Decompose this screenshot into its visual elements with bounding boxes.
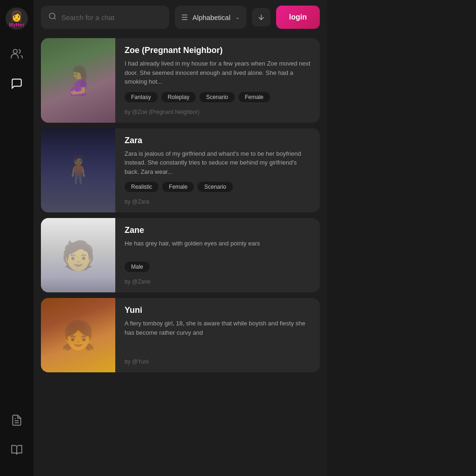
card-content-zoe: Zoe (Pregnant Neighbor) I had already li… — [115, 38, 320, 123]
card-name-zane: Zane — [125, 225, 311, 235]
tag-fantasy: Fantasy — [125, 92, 158, 102]
card-tags-zoe: Fantasy Roleplay Scenario Female — [125, 92, 311, 102]
tag-female: Female — [162, 182, 194, 192]
card-image-zoe: 🤰 — [41, 38, 115, 123]
book-icon — [11, 444, 23, 458]
card-image-zara: 🧍 — [41, 128, 115, 213]
search-input[interactable] — [61, 13, 162, 21]
tag-realistic: Realistic — [125, 182, 159, 192]
zane-figure: 🧑 — [41, 218, 115, 292]
svg-point-4 — [49, 13, 55, 19]
card-zoe[interactable]: 🤰 Zoe (Pregnant Neighbor) I had already … — [41, 38, 320, 123]
card-description-zara: Zara is jealous of my girlfriend and wha… — [125, 149, 311, 177]
sidebar-nav — [7, 45, 27, 400]
tag-male: Male — [125, 262, 150, 272]
card-content-zara: Zara Zara is jealous of my girlfriend an… — [115, 128, 320, 213]
card-author-yuni: by @Yuni — [125, 358, 311, 365]
sort-direction-button[interactable] — [252, 8, 271, 26]
yuni-figure: 👧 — [41, 298, 115, 372]
main-content: ☰ Alphabetical ⌄ login 🤰 Zoe (Pregnant N… — [33, 0, 327, 476]
card-description-zane: He has grey hair, with golden eyes and p… — [125, 239, 311, 256]
svg-point-0 — [13, 49, 17, 53]
card-zara[interactable]: 🧍 Zara Zara is jealous of my girlfriend … — [41, 128, 320, 213]
document-icon — [11, 414, 23, 428]
zoe-figure: 🤰 — [41, 38, 115, 123]
card-content-yuni: Yuni A fiery tomboy girl, 18, she is awa… — [115, 298, 320, 372]
card-description-zoe: I had already lived in my house for a fe… — [125, 59, 311, 86]
sidebar-bottom — [7, 411, 27, 469]
tag-scenario: Scenario — [198, 182, 232, 192]
sort-dropdown[interactable]: ☰ Alphabetical ⌄ — [175, 6, 246, 29]
sidebar: 👩 MyHer — [0, 0, 33, 476]
card-name-yuni: Yuni — [125, 305, 311, 315]
card-tags-zara: Realistic Female Scenario — [125, 182, 311, 192]
search-icon — [48, 12, 57, 22]
tag-female: Female — [238, 92, 270, 102]
tag-scenario: Scenario — [199, 92, 234, 102]
card-zane[interactable]: 🧑 Zane He has grey hair, with golden eye… — [41, 218, 320, 292]
sort-lines-icon: ☰ — [181, 13, 188, 22]
app-logo[interactable]: 👩 MyHer — [6, 7, 28, 30]
card-yuni[interactable]: 👧 Yuni A fiery tomboy girl, 18, she is a… — [41, 298, 320, 372]
card-description-yuni: A fiery tomboy girl, 18, she is aware th… — [125, 319, 311, 346]
logo-text: MyHer — [9, 22, 24, 27]
cards-list: 🤰 Zoe (Pregnant Neighbor) I had already … — [33, 34, 327, 476]
chat-icon — [11, 78, 23, 92]
search-container[interactable] — [41, 6, 169, 29]
logo-icon: 👩 — [10, 10, 23, 22]
card-author-zoe: by @Zoe (Pregnant Neighbor) — [125, 109, 311, 115]
tag-roleplay: Roleplay — [161, 92, 196, 102]
card-tags-zane: Male — [125, 262, 311, 272]
card-name-zara: Zara — [125, 136, 311, 145]
users-icon — [11, 48, 23, 62]
login-button[interactable]: login — [276, 6, 320, 29]
card-image-zane: 🧑 — [41, 218, 115, 292]
sidebar-item-chats[interactable] — [7, 74, 27, 95]
card-content-zane: Zane He has grey hair, with golden eyes … — [115, 218, 320, 292]
sidebar-item-users[interactable] — [7, 45, 27, 65]
card-name-zoe: Zoe (Pregnant Neighbor) — [125, 46, 311, 55]
sort-label: Alphabetical — [192, 13, 231, 21]
zara-figure: 🧍 — [41, 128, 115, 213]
card-author-zane: by @Zane — [125, 278, 311, 285]
chevron-down-icon: ⌄ — [235, 14, 240, 20]
header: ☰ Alphabetical ⌄ login — [33, 0, 327, 34]
sidebar-item-documents[interactable] — [7, 411, 27, 431]
card-author-zara: by @Zara — [125, 198, 311, 205]
card-image-yuni: 👧 — [41, 298, 115, 372]
right-panel — [327, 0, 476, 476]
sidebar-item-library[interactable] — [7, 441, 27, 461]
